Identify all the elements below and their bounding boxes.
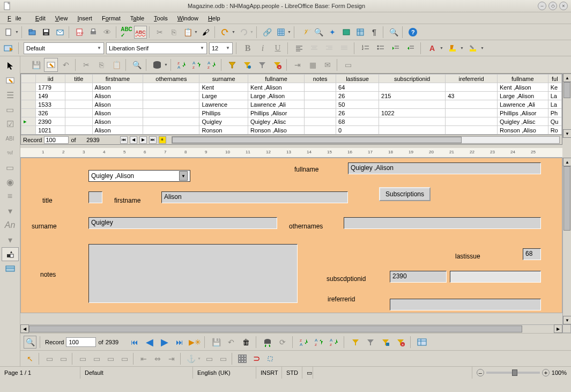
nav-record-index[interactable] [66, 337, 96, 347]
guides-icon[interactable] [264, 352, 277, 365]
grid-cell[interactable] [143, 100, 199, 109]
sort-az-icon[interactable]: zA [175, 58, 189, 72]
help-icon[interactable]: ? [406, 26, 419, 39]
underline-icon[interactable]: U [271, 42, 284, 55]
drawfunc-icon[interactable]: 𝒱 [298, 26, 311, 39]
grid-cell[interactable] [379, 117, 446, 126]
grid-cell[interactable]: 215 [379, 92, 446, 100]
select-arrow-icon[interactable]: ↖ [24, 352, 36, 365]
grid-cell[interactable] [305, 92, 336, 100]
menu-insert[interactable]: Insert [73, 14, 97, 23]
grid-cell[interactable] [143, 126, 199, 135]
grid-cell[interactable] [379, 126, 446, 135]
firstname-field[interactable]: Alison [161, 191, 348, 203]
autospell-icon[interactable]: ABC [134, 26, 147, 39]
datasources-icon[interactable] [354, 26, 367, 39]
form-scroll-h[interactable] [29, 324, 554, 333]
col-header[interactable]: ful [548, 75, 561, 83]
grid-cell[interactable]: Ph [548, 109, 561, 117]
surname-field[interactable]: Quigley [88, 217, 277, 229]
find-icon[interactable]: 🔍 [312, 26, 325, 39]
menu-view[interactable]: View [51, 14, 72, 23]
italic-icon[interactable]: i [256, 42, 269, 55]
nav-next-icon[interactable]: ▶ [158, 336, 171, 349]
fontsize-combo[interactable]: 12▼ [209, 42, 233, 54]
grid-cell[interactable]: Alison [92, 100, 143, 109]
grid-cell[interactable] [446, 117, 498, 126]
grid-cell[interactable]: Lawrence [199, 100, 248, 109]
grid-cell[interactable]: Qu [548, 117, 561, 126]
row-header[interactable] [21, 92, 36, 100]
grid-cell[interactable] [305, 83, 336, 92]
explorer-icon[interactable]: ▭ [341, 58, 355, 72]
find-record-icon[interactable]: 🔍 [24, 336, 36, 349]
col-header[interactable]: fullname [497, 75, 548, 83]
gallery-icon[interactable] [340, 26, 353, 39]
scroll-right-icon[interactable]: ▶ [554, 324, 562, 333]
styles-icon[interactable] [2, 42, 15, 55]
parastyle-combo[interactable]: Default▼ [24, 42, 104, 54]
nav-sort-icon[interactable]: zA [298, 336, 310, 349]
grid-cell[interactable]: Large ,Alison [497, 92, 548, 100]
grid-cell[interactable]: Alison [92, 126, 143, 135]
scroll-left-icon[interactable]: ◀ [20, 324, 29, 333]
grid-cell[interactable]: 26 [336, 92, 379, 100]
grid-cell[interactable]: Alison [92, 92, 143, 100]
bold-icon[interactable]: B [241, 42, 254, 55]
sort-asc-icon[interactable]: Az [205, 58, 219, 72]
email-icon[interactable] [54, 26, 66, 39]
grid-cell[interactable] [379, 83, 446, 92]
paste-icon[interactable]: 📋 [109, 58, 123, 72]
clone-fmt-icon[interactable]: 🖌 [199, 26, 212, 39]
align-left-icon[interactable] [293, 42, 306, 55]
nav-sort-desc-icon[interactable]: Az [328, 336, 340, 349]
status-selection[interactable]: STD [282, 367, 302, 379]
nav-prev-icon[interactable]: ◀ [143, 336, 156, 349]
grid-cell[interactable] [65, 109, 93, 117]
grid-cell[interactable]: 326 [36, 109, 65, 117]
grid-first-icon[interactable]: ⏮ [120, 136, 128, 144]
label-icon[interactable]: An [2, 218, 19, 232]
grid-prev-icon[interactable]: ◀ [130, 136, 137, 144]
row-header[interactable] [21, 126, 36, 135]
nav-autofilter-icon[interactable] [349, 336, 362, 349]
nav-removefilter-icon[interactable]: × [394, 336, 407, 349]
grid-cell[interactable]: 1022 [379, 109, 446, 117]
form-canvas[interactable]: Quigley ,Alison▼ fullname Quigley ,Aliso… [20, 158, 562, 313]
col-header[interactable]: othernames [143, 75, 199, 83]
table-insert-icon[interactable] [275, 26, 287, 39]
grid-cell[interactable] [446, 126, 498, 135]
zoom-in-icon[interactable]: + [542, 369, 550, 376]
grid-cell[interactable] [143, 92, 199, 100]
align-center-icon[interactable] [308, 42, 321, 55]
designmode-icon[interactable] [2, 73, 19, 87]
grid-cell[interactable]: Phillips ,Alisor [248, 109, 304, 117]
col-header[interactable]: iid [36, 75, 65, 83]
fontcolor-icon[interactable]: A [426, 42, 439, 55]
fontname-combo[interactable]: Liberation Serif▼ [106, 42, 207, 54]
grid-cell[interactable] [143, 117, 199, 126]
othernames-field[interactable] [344, 217, 541, 229]
status-lang[interactable]: English (UK) [193, 367, 256, 379]
col-header[interactable]: notes [305, 75, 336, 83]
grid-cell[interactable]: 43 [446, 92, 498, 100]
grid-cell[interactable]: Ke [548, 83, 561, 92]
menu-help[interactable]: Help [204, 14, 225, 23]
grid-cell[interactable]: Lawrence ,Ali [248, 100, 304, 109]
highlight-icon[interactable] [446, 42, 459, 55]
data-grid[interactable]: iidtitlefirstnameothernamessurnamefullna… [20, 73, 562, 135]
grid-cell[interactable]: 50 [336, 100, 379, 109]
zoom-icon[interactable]: 🔍 [387, 26, 400, 39]
undo-icon[interactable] [219, 26, 232, 39]
align-l-icon[interactable]: ⇤ [137, 352, 150, 365]
datasource-icon[interactable] [150, 58, 164, 72]
removefilter-icon[interactable]: × [270, 58, 284, 72]
nav-datasource-icon[interactable] [416, 336, 428, 349]
grid-cell[interactable] [65, 100, 93, 109]
grid-icon[interactable] [236, 352, 249, 365]
outdent-icon[interactable] [389, 42, 402, 55]
save-icon[interactable] [40, 26, 53, 39]
sort-desc-icon[interactable]: Az [190, 58, 204, 72]
navigator-icon[interactable]: ✦ [326, 26, 339, 39]
grid-cell[interactable]: Kent [199, 83, 248, 92]
